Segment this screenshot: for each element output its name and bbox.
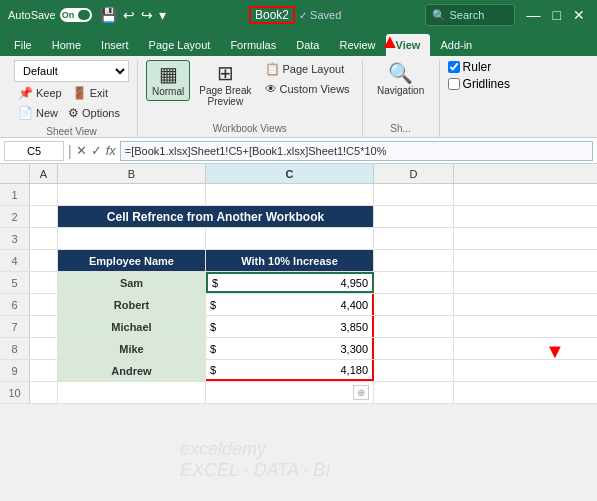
- cell-8c[interactable]: $ 3,300: [206, 338, 374, 359]
- title-cell[interactable]: Cell Refrence from Another Workbook: [58, 206, 374, 227]
- cell-7b[interactable]: Michael: [58, 316, 206, 337]
- search-box[interactable]: 🔍 Search: [425, 4, 515, 26]
- custom-views-button[interactable]: 👁 Custom Views: [261, 80, 354, 98]
- cell-10d[interactable]: [374, 382, 454, 403]
- autosave-toggle-inner: [78, 10, 90, 20]
- minimize-btn[interactable]: —: [523, 7, 545, 23]
- keep-icon: 📌: [18, 86, 33, 100]
- insert-function-icon[interactable]: fx: [106, 143, 116, 158]
- options-button[interactable]: ⚙ Options: [64, 104, 124, 122]
- cell-3a[interactable]: [30, 228, 58, 249]
- normal-icon: ▦: [159, 64, 178, 84]
- sheet-view-group: Default 📌 Keep 🚪 Exit 📄 New: [6, 60, 138, 137]
- gridlines-checkbox[interactable]: [448, 78, 460, 90]
- cell-9c[interactable]: $ 4,180: [206, 360, 374, 381]
- header-amount[interactable]: With 10% Increase: [206, 250, 374, 271]
- cell-5d[interactable]: [374, 272, 454, 293]
- table-row: 8 Mike $ 3,300: [0, 338, 597, 360]
- cell-6d[interactable]: [374, 294, 454, 315]
- cell-reference[interactable]: [4, 141, 64, 161]
- cell-7a[interactable]: [30, 316, 58, 337]
- cell-1a[interactable]: [30, 184, 58, 205]
- row-num: 10: [0, 382, 30, 403]
- paste-options-icon[interactable]: ⊕: [353, 385, 369, 400]
- confirm-formula-icon[interactable]: ✓: [91, 143, 102, 158]
- cell-10c[interactable]: ⊕: [206, 382, 374, 403]
- row-num: 8: [0, 338, 30, 359]
- cell-9b[interactable]: Andrew: [58, 360, 206, 381]
- exit-button[interactable]: 🚪 Exit: [68, 84, 112, 102]
- keep-button[interactable]: 📌 Keep: [14, 84, 66, 102]
- cell-8d[interactable]: [374, 338, 454, 359]
- cell-10a[interactable]: [30, 382, 58, 403]
- maximize-btn[interactable]: □: [549, 7, 565, 23]
- tab-page-layout[interactable]: Page Layout: [139, 34, 221, 56]
- close-btn[interactable]: ✕: [569, 7, 589, 23]
- table-row: 10 ⊕: [0, 382, 597, 404]
- autosave-area: AutoSave On: [8, 8, 92, 22]
- table-row: 9 Andrew $ 4,180: [0, 360, 597, 382]
- cell-6a[interactable]: [30, 294, 58, 315]
- cell-8a[interactable]: [30, 338, 58, 359]
- cell-7d[interactable]: [374, 316, 454, 337]
- cell-5a[interactable]: [30, 272, 58, 293]
- table-row: 3: [0, 228, 597, 250]
- currency-8: $: [210, 343, 216, 355]
- cell-6c[interactable]: $ 4,400: [206, 294, 374, 315]
- cell-2d[interactable]: [374, 206, 454, 227]
- workbook-views-label: Workbook Views: [213, 123, 287, 137]
- cell-10b[interactable]: [58, 382, 206, 403]
- cell-3b[interactable]: [58, 228, 206, 249]
- redo-icon[interactable]: ↪: [141, 7, 153, 23]
- row-num-header: [0, 164, 30, 183]
- show-label: Sh...: [390, 123, 411, 137]
- tab-review[interactable]: Review: [329, 34, 385, 56]
- cancel-formula-icon[interactable]: ✕: [76, 143, 87, 158]
- autosave-toggle[interactable]: On: [60, 8, 92, 22]
- cell-3c[interactable]: [206, 228, 374, 249]
- new-button[interactable]: 📄 New: [14, 104, 62, 122]
- sheet-view-dropdown[interactable]: Default: [14, 60, 129, 82]
- tab-file[interactable]: File: [4, 34, 42, 56]
- cell-6b[interactable]: Robert: [58, 294, 206, 315]
- row-arrow: ▼: [545, 340, 565, 363]
- ruler-checkbox[interactable]: [448, 61, 460, 73]
- cell-4d[interactable]: [374, 250, 454, 271]
- cell-3d[interactable]: [374, 228, 454, 249]
- amount-5: 4,950: [222, 277, 368, 289]
- custom-views-icon: 👁: [265, 82, 277, 96]
- cell-8b[interactable]: Mike: [58, 338, 206, 359]
- cell-9d[interactable]: [374, 360, 454, 381]
- cell-1c[interactable]: [206, 184, 374, 205]
- cell-5b[interactable]: Sam: [58, 272, 206, 293]
- quick-access-icons: 💾 ↩ ↪ ▾: [100, 7, 166, 23]
- navigation-button[interactable]: 🔍 Navigation: [371, 60, 431, 99]
- page-layout-button[interactable]: 📋 Page Layout: [261, 60, 354, 78]
- tab-addin[interactable]: Add-in: [430, 34, 482, 56]
- formula-bar: | ✕ ✓ fx: [0, 138, 597, 164]
- customize-icon[interactable]: ▾: [159, 7, 166, 23]
- cell-1b[interactable]: [58, 184, 206, 205]
- undo-icon[interactable]: ↩: [123, 7, 135, 23]
- page-break-button[interactable]: ⊞ Page BreakPreview: [194, 60, 256, 110]
- title-bar: AutoSave On 💾 ↩ ↪ ▾ Book2 ✓ Saved 🔍 Sear…: [0, 0, 597, 30]
- cell-7c[interactable]: $ 3,850: [206, 316, 374, 337]
- header-name[interactable]: Employee Name: [58, 250, 206, 271]
- currency-6: $: [210, 299, 216, 311]
- tab-insert[interactable]: Insert: [91, 34, 139, 56]
- cell-2a[interactable]: [30, 206, 58, 227]
- normal-button[interactable]: ▦ Normal: [146, 60, 190, 101]
- cell-5c[interactable]: $ 4,950: [206, 272, 374, 293]
- formula-divider: |: [68, 143, 72, 159]
- formula-input[interactable]: [120, 141, 593, 161]
- tab-home[interactable]: Home: [42, 34, 91, 56]
- tab-data[interactable]: Data: [286, 34, 329, 56]
- save-icon[interactable]: 💾: [100, 7, 117, 23]
- cell-9a[interactable]: [30, 360, 58, 381]
- cell-4a[interactable]: [30, 250, 58, 271]
- tab-formulas[interactable]: Formulas: [220, 34, 286, 56]
- search-icon: 🔍: [432, 9, 446, 22]
- workbook-views-group: ▦ Normal ⊞ Page BreakPreview 📋 Page Layo…: [138, 60, 363, 137]
- col-header-c: C: [206, 164, 374, 183]
- cell-1d[interactable]: [374, 184, 454, 205]
